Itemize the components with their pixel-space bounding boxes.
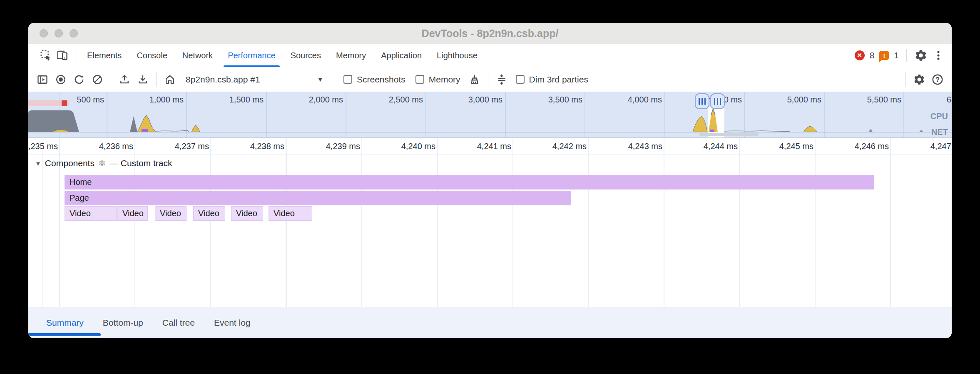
ruler-tick-label: 4,235 ms bbox=[28, 138, 58, 155]
track-event-bar[interactable]: Video bbox=[269, 206, 312, 221]
warning-count[interactable]: 1 bbox=[894, 50, 899, 60]
bottom-tab[interactable]: Call tree bbox=[153, 307, 204, 338]
net-label: NET bbox=[931, 127, 948, 137]
window-controls bbox=[40, 29, 78, 37]
overview-tick-label: 500 ms bbox=[77, 95, 104, 105]
ruler-tick-label: 4,245 ms bbox=[779, 138, 813, 155]
flame-chart-area[interactable]: ▼ Components ⚛ — Custom track HomePageVi… bbox=[28, 155, 952, 307]
warning-badge-icon[interactable]: ! bbox=[879, 51, 889, 60]
ruler-tick-label: 4,242 ms bbox=[552, 138, 587, 155]
load-profile-icon[interactable] bbox=[115, 70, 134, 89]
ruler-tick-label: 4,247 ms bbox=[930, 138, 952, 155]
detail-time-ruler: 4,235 ms4,236 ms4,237 ms4,238 ms4,239 ms… bbox=[28, 138, 952, 155]
ruler-tick-label: 4,238 ms bbox=[250, 138, 284, 155]
more-options-kebab-icon[interactable] bbox=[933, 50, 944, 61]
track-event-bar[interactable]: Home bbox=[65, 175, 874, 189]
help-icon[interactable]: ? bbox=[928, 70, 947, 89]
garbage-collect-broom-icon[interactable] bbox=[465, 70, 484, 89]
tabbar-right-cluster: ✕ 8 ! 1 bbox=[855, 44, 952, 67]
capture-settings-gear-icon[interactable] bbox=[910, 70, 928, 89]
checkbox-box[interactable] bbox=[516, 75, 525, 84]
error-badge-icon[interactable]: ✕ bbox=[855, 50, 865, 60]
dim-3rd-parties-checkbox[interactable]: Dim 3rd parties bbox=[516, 75, 588, 85]
components-track-header[interactable]: ▼ Components ⚛ — Custom track bbox=[35, 158, 172, 168]
checkbox-box[interactable] bbox=[343, 75, 352, 84]
panel-tab[interactable]: Application bbox=[373, 44, 429, 67]
selection-left-handle[interactable] bbox=[695, 93, 709, 109]
toolbar-divider bbox=[488, 72, 488, 87]
track-event-bar[interactable]: Video bbox=[231, 206, 263, 221]
atom-icon: ⚛ bbox=[98, 158, 106, 168]
ruler-tick-label: 4,239 ms bbox=[326, 138, 360, 155]
track-event-bar[interactable]: Video bbox=[155, 206, 187, 221]
toolbar-divider bbox=[905, 72, 906, 87]
toolbar-divider bbox=[156, 72, 157, 87]
track-event-bar[interactable]: Video bbox=[117, 206, 148, 221]
window-title: DevTools - 8p2n9n.csb.app/ bbox=[28, 23, 952, 44]
panel-tab[interactable]: Performance bbox=[220, 44, 283, 67]
overview-tick-label: 3,000 ms bbox=[468, 95, 502, 105]
selection-right-handle[interactable] bbox=[710, 93, 725, 109]
overview-tick-label: 1,500 ms bbox=[229, 95, 264, 105]
panel-tab[interactable]: Memory bbox=[328, 44, 373, 67]
ruler-tick-label: 4,246 ms bbox=[855, 138, 889, 155]
save-profile-icon[interactable] bbox=[134, 70, 152, 89]
devtools-tabbar: ElementsConsoleNetworkPerformanceSources… bbox=[28, 44, 952, 67]
track-event-bar[interactable]: Page bbox=[65, 191, 571, 205]
clear-icon[interactable] bbox=[88, 70, 107, 89]
toolbar-right-cluster: ? bbox=[901, 67, 952, 92]
inspect-element-icon[interactable] bbox=[37, 44, 54, 67]
track-suffix: — Custom track bbox=[109, 158, 172, 168]
cpu-label: CPU bbox=[930, 112, 948, 121]
tabbar-divider bbox=[75, 49, 75, 62]
toggle-sidebar-icon[interactable] bbox=[33, 70, 52, 89]
panel-tab[interactable]: Console bbox=[129, 44, 174, 67]
devtools-window: DevTools - 8p2n9n.csb.app/ ElementsConso… bbox=[28, 23, 952, 338]
panel-tab[interactable]: Elements bbox=[80, 44, 129, 67]
settings-gear-icon[interactable] bbox=[914, 49, 928, 62]
checkbox-box[interactable] bbox=[415, 75, 424, 84]
panel-tab[interactable]: Sources bbox=[283, 44, 328, 67]
screenshots-checkbox[interactable]: Screenshots bbox=[343, 75, 405, 85]
collapse-flame-chart-icon[interactable] bbox=[492, 70, 511, 89]
track-name: Components bbox=[45, 158, 95, 168]
panel-tab[interactable]: Lighthouse bbox=[429, 44, 485, 67]
overview-tick-label: 2,500 ms bbox=[389, 95, 423, 105]
home-icon[interactable] bbox=[161, 70, 179, 89]
dropdown-arrow-icon: ▼ bbox=[317, 76, 323, 83]
overview-tick-label: 2,000 ms bbox=[309, 95, 343, 105]
overview-tick-label: 6,000 ms bbox=[947, 95, 952, 105]
overview-tick-label: 1,000 ms bbox=[149, 95, 184, 105]
collapse-arrow-icon[interactable]: ▼ bbox=[35, 160, 41, 167]
title-bar: DevTools - 8p2n9n.csb.app/ bbox=[28, 23, 952, 44]
target-selector-dropdown[interactable]: 8p2n9n.csb.app #1 ▼ bbox=[182, 75, 327, 85]
ruler-tick-label: 4,237 ms bbox=[175, 138, 209, 155]
ruler-tick-label: 4,243 ms bbox=[628, 138, 662, 155]
ruler-tick-label: 4,236 ms bbox=[99, 138, 133, 155]
zoom-window-button[interactable] bbox=[70, 29, 78, 37]
timeline-overview[interactable]: 500 ms1,000 ms1,500 ms2,000 ms2,500 ms3,… bbox=[28, 92, 952, 138]
track-event-bar[interactable]: Video bbox=[65, 206, 117, 221]
minimize-window-button[interactable] bbox=[55, 29, 63, 37]
performance-toolbar: 8p2n9n.csb.app #1 ▼ Screenshots Memory bbox=[28, 67, 952, 92]
device-toolbar-icon[interactable] bbox=[54, 44, 71, 67]
track-event-bar[interactable]: Video bbox=[193, 206, 225, 221]
bottom-tab[interactable]: Bottom-up bbox=[93, 307, 153, 338]
record-and-reload-icon[interactable] bbox=[70, 70, 88, 89]
selected-tab-underline bbox=[28, 333, 101, 336]
toolbar-divider bbox=[334, 72, 334, 87]
cpu-baseline bbox=[28, 132, 952, 132]
net-activity-bar bbox=[699, 133, 759, 136]
record-icon[interactable] bbox=[52, 70, 70, 89]
overview-tick-label: 5,000 ms bbox=[787, 95, 821, 105]
bottom-tab[interactable]: Event log bbox=[204, 307, 260, 338]
ruler-tick-label: 4,241 ms bbox=[477, 138, 511, 155]
overview-tick-label: 4,000 ms bbox=[628, 95, 662, 105]
ruler-tick-label: 4,240 ms bbox=[401, 138, 435, 155]
panel-tab[interactable]: Network bbox=[175, 44, 220, 67]
screenshots-label: Screenshots bbox=[357, 75, 405, 85]
error-count[interactable]: 8 bbox=[870, 50, 875, 60]
memory-checkbox[interactable]: Memory bbox=[415, 75, 460, 85]
tabbar-right-divider bbox=[906, 49, 907, 62]
close-window-button[interactable] bbox=[40, 29, 48, 37]
